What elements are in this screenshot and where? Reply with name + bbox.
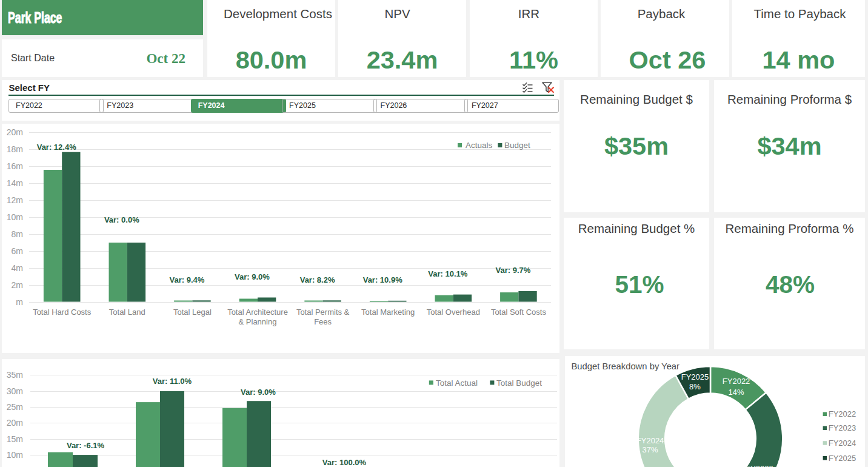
svg-text:6m: 6m — [12, 246, 23, 256]
svg-text:Var: 11.0%: Var: 11.0% — [153, 377, 192, 386]
svg-text:15m: 15m — [7, 434, 23, 444]
svg-text:Total Soft Costs: Total Soft Costs — [491, 307, 547, 317]
svg-text:Total Budget: Total Budget — [496, 378, 542, 388]
svg-text:Var: 100.0%: Var: 100.0% — [322, 458, 367, 467]
svg-text:FY2024: FY2024 — [829, 438, 856, 448]
svg-text:10m: 10m — [7, 450, 23, 460]
svg-text:Total Actual: Total Actual — [436, 378, 478, 388]
svg-text:Total Hard Costs: Total Hard Costs — [33, 307, 92, 317]
svg-text:Total Land: Total Land — [109, 307, 145, 317]
svg-text:Total Overhead: Total Overhead — [427, 307, 480, 317]
svg-text:14%: 14% — [729, 388, 744, 397]
svg-text:35m: 35m — [7, 370, 23, 380]
svg-text:25m: 25m — [7, 402, 23, 412]
svg-text:16m: 16m — [7, 161, 23, 171]
svg-text:FY2023: FY2023 — [746, 464, 773, 467]
svg-text:2m: 2m — [12, 280, 23, 290]
svg-text:Var: 10.1%: Var: 10.1% — [428, 269, 467, 278]
svg-text:12m: 12m — [7, 195, 23, 205]
svg-text:Fees: Fees — [314, 317, 332, 326]
svg-text:FY2024: FY2024 — [636, 436, 664, 445]
svg-text:Var: 12.4%: Var: 12.4% — [37, 143, 76, 152]
svg-text:Total Permits &: Total Permits & — [296, 307, 350, 317]
svg-text:8m: 8m — [12, 229, 23, 239]
svg-text:Var: -6.1%: Var: -6.1% — [67, 441, 105, 450]
svg-text:37%: 37% — [643, 445, 658, 454]
svg-text:m: m — [16, 297, 23, 307]
svg-text:30m: 30m — [7, 386, 23, 396]
svg-text:FY2025: FY2025 — [681, 372, 709, 381]
svg-text:Var: 10.9%: Var: 10.9% — [363, 275, 402, 284]
svg-text:& Planning: & Planning — [239, 317, 277, 326]
svg-text:FY2022: FY2022 — [723, 377, 750, 386]
svg-text:Var: 9.0%: Var: 9.0% — [241, 388, 276, 397]
svg-text:FY2022: FY2022 — [829, 409, 856, 418]
svg-text:Var: 9.0%: Var: 9.0% — [235, 272, 270, 281]
svg-text:Total Marketing: Total Marketing — [361, 307, 415, 317]
svg-text:Budget: Budget — [504, 141, 530, 150]
svg-text:18m: 18m — [7, 144, 23, 154]
svg-text:Budget Breakdown by Year: Budget Breakdown by Year — [572, 361, 680, 371]
svg-text:FY2023: FY2023 — [829, 423, 856, 432]
svg-text:FY2025: FY2025 — [829, 454, 856, 463]
svg-text:Var: 8.2%: Var: 8.2% — [300, 275, 335, 284]
svg-text:20m: 20m — [7, 418, 23, 428]
svg-text:Actuals: Actuals — [466, 141, 493, 150]
svg-text:Total Legal: Total Legal — [173, 307, 212, 317]
svg-text:Var: 9.4%: Var: 9.4% — [169, 275, 204, 284]
svg-text:8%: 8% — [689, 382, 701, 391]
svg-text:10m: 10m — [7, 212, 23, 222]
svg-text:Var: 9.7%: Var: 9.7% — [495, 266, 530, 275]
svg-text:14m: 14m — [7, 178, 23, 188]
svg-text:Var: 0.0%: Var: 0.0% — [104, 215, 139, 224]
svg-text:4m: 4m — [12, 263, 23, 273]
svg-text:Total Architecture: Total Architecture — [227, 307, 288, 317]
svg-text:20m: 20m — [7, 127, 23, 137]
